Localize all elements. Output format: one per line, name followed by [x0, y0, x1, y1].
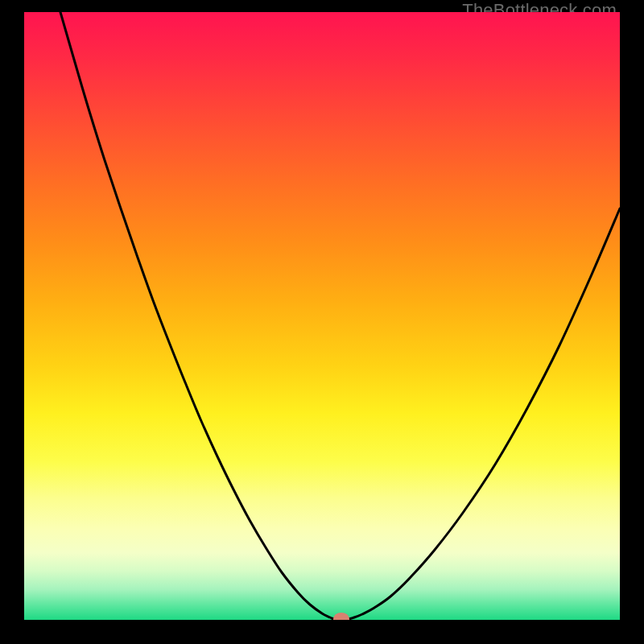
bottleneck-curve-path [60, 12, 620, 619]
valley-marker [333, 613, 349, 620]
chart-svg [24, 12, 620, 620]
chart-frame: TheBottleneck.com [0, 0, 644, 644]
plot-area [24, 12, 620, 620]
